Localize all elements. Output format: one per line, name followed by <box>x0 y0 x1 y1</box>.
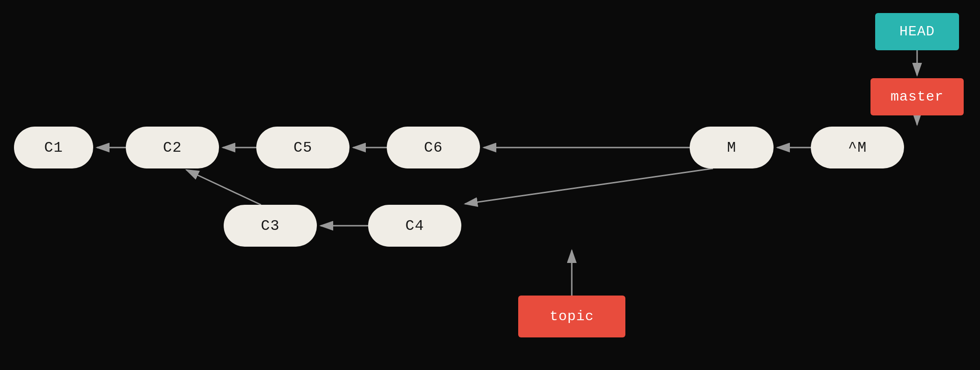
c3-to-c2-arrow <box>186 170 261 205</box>
commit-c1: C1 <box>14 127 93 168</box>
commit-c6-label: C6 <box>424 139 443 156</box>
commit-m-label: M <box>727 139 736 156</box>
head-branch: HEAD <box>875 13 959 50</box>
commit-cm: ^M <box>811 127 904 168</box>
commit-c2-label: C2 <box>163 139 182 156</box>
master-label: master <box>891 89 944 105</box>
commit-c3: C3 <box>224 205 317 247</box>
git-diagram: C1 C2 C5 C6 M ^M C3 C4 HEAD master topic <box>0 0 980 370</box>
master-branch: master <box>870 78 964 115</box>
commit-c6: C6 <box>387 127 480 168</box>
commit-cm-label: ^M <box>848 139 867 156</box>
commit-c1-label: C1 <box>44 139 63 156</box>
commit-c5-label: C5 <box>294 139 312 156</box>
topic-label: topic <box>549 309 594 324</box>
topic-branch: topic <box>518 296 625 337</box>
commit-c3-label: C3 <box>261 217 280 235</box>
head-label: HEAD <box>899 24 935 40</box>
commit-m: M <box>690 127 774 168</box>
commit-c2: C2 <box>126 127 219 168</box>
commit-c5: C5 <box>256 127 350 168</box>
arrows-svg <box>0 0 980 370</box>
m-to-c4-arrow <box>465 168 713 204</box>
commit-c4: C4 <box>368 205 461 247</box>
commit-c4-label: C4 <box>405 217 424 235</box>
